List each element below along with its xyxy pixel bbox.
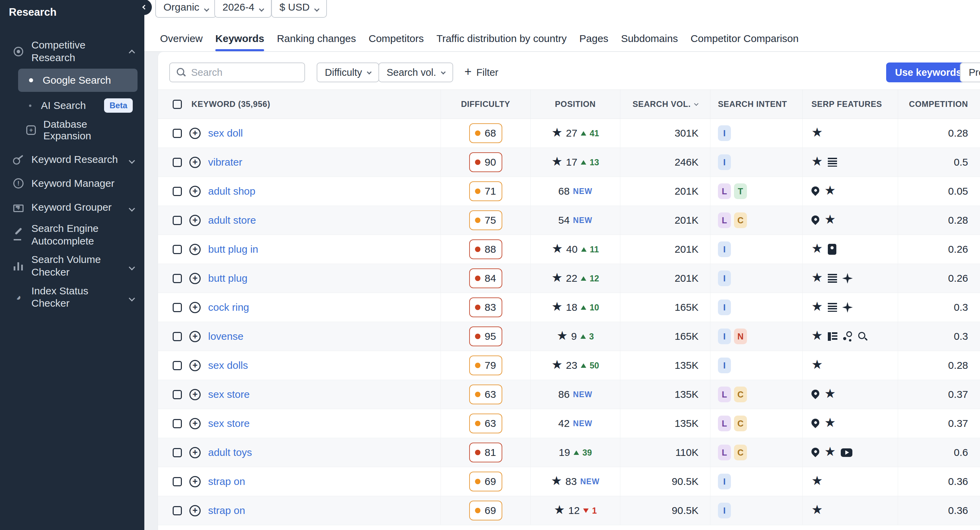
serp-features-cell [802, 177, 898, 206]
sidebar-item-keyword-research[interactable]: Keyword Research [0, 151, 144, 168]
table-row: +adult store7554NEW201KLC0.28 [158, 206, 980, 235]
keyword-link[interactable]: sex store [208, 418, 250, 429]
intent-badge-l: L [718, 212, 731, 228]
row-checkbox[interactable] [173, 303, 182, 312]
tab-pages[interactable]: Pages [579, 33, 608, 51]
difficulty-dot-icon [475, 363, 480, 368]
folder-plus-icon [12, 201, 25, 214]
use-keywords-button[interactable]: Use keywords [886, 62, 970, 82]
tab-subdomains[interactable]: Subdomains [621, 33, 678, 51]
tab-traffic-distribution-by-country[interactable]: Traffic distribution by country [436, 33, 567, 51]
tab-competitor-comparison[interactable]: Competitor Comparison [690, 33, 799, 51]
competition-value: 0.28 [948, 214, 968, 226]
row-checkbox[interactable] [173, 506, 182, 515]
add-keyword-button[interactable]: + [189, 128, 200, 139]
sidebar-item-search-engine-autocomplete[interactable]: Search Engine Autocomplete [0, 222, 144, 247]
preset-button[interactable]: Pres [960, 62, 980, 82]
row-checkbox[interactable] [173, 332, 182, 341]
date-dropdown[interactable]: 2026-4 [214, 0, 272, 18]
keyword-link[interactable]: adult shop [208, 185, 255, 197]
row-checkbox[interactable] [173, 245, 182, 254]
difficulty-value: 71 [485, 185, 496, 197]
serp-features-cell [802, 467, 898, 496]
difficulty-filter-dropdown[interactable]: Difficulty [317, 62, 379, 82]
position-cell: 54NEW [530, 206, 620, 235]
keyword-link[interactable]: sex store [208, 389, 250, 400]
add-keyword-button[interactable]: + [189, 302, 200, 313]
dropdown-value: 2026-4 [223, 2, 254, 13]
sidebar-item-database-expansion[interactable]: Database Expansion [18, 118, 137, 142]
keyword-link[interactable]: sex doll [208, 128, 243, 139]
organic-dropdown[interactable]: Organic [155, 0, 217, 18]
keyword-link[interactable]: butt plug in [208, 243, 258, 255]
add-keyword-button[interactable]: + [189, 273, 200, 284]
difficulty-value: 68 [485, 128, 496, 139]
search-vol-filter-dropdown[interactable]: Search vol. [379, 62, 453, 82]
sidebar-item-ai-search[interactable]: AI Search Beta [18, 96, 137, 115]
sidebar-item-google-search[interactable]: Google Search [18, 69, 137, 92]
row-checkbox[interactable] [173, 274, 182, 283]
serp-features-cell [802, 235, 898, 263]
star-icon [811, 300, 823, 313]
sidebar-collapse-button[interactable] [136, 0, 152, 15]
competition-value: 0.28 [948, 359, 968, 371]
keyword-link[interactable]: adult store [208, 214, 256, 226]
row-checkbox[interactable] [173, 390, 182, 399]
sidebar-item-keyword-grouper[interactable]: Keyword Grouper [0, 198, 144, 216]
add-filter-button[interactable]: + Filter [465, 62, 498, 82]
row-checkbox[interactable] [173, 448, 182, 457]
row-checkbox[interactable] [173, 477, 182, 486]
select-all-checkbox[interactable] [173, 100, 182, 109]
tab-overview[interactable]: Overview [160, 33, 203, 51]
add-keyword-button[interactable]: + [189, 186, 200, 197]
sidebar-item-competitive-research[interactable]: Competitive Research [0, 39, 144, 64]
search-intent-cell: IN [710, 322, 802, 351]
add-keyword-button[interactable]: + [189, 244, 200, 255]
keyword-cell: +adult toys [158, 438, 441, 467]
add-keyword-button[interactable]: + [189, 157, 200, 168]
add-keyword-button[interactable]: + [189, 505, 200, 516]
video-icon [841, 449, 853, 457]
currency-dropdown[interactable]: $ USD [271, 0, 327, 18]
sidebar-item-index-status-checker[interactable]: Index Status Checker [0, 285, 144, 310]
keyword-link[interactable]: butt plug [208, 273, 247, 284]
tab-keywords[interactable]: Keywords [215, 33, 264, 51]
difficulty-dot-icon [475, 392, 480, 397]
search-input[interactable] [191, 67, 293, 78]
row-checkbox[interactable] [173, 158, 182, 167]
add-keyword-button[interactable]: + [189, 389, 200, 400]
position-down-icon [583, 508, 589, 513]
row-checkbox[interactable] [173, 187, 182, 196]
sidebar-item-search-volume-checker[interactable]: Search Volume Checker [0, 254, 144, 278]
search-input-wrapper[interactable] [169, 62, 305, 82]
tab-competitors[interactable]: Competitors [369, 33, 424, 51]
serp-features-cell [802, 148, 898, 177]
selected-marker [29, 78, 33, 82]
row-checkbox[interactable] [173, 361, 182, 370]
competition-cell: 0.26 [898, 235, 980, 263]
add-keyword-button[interactable]: + [189, 418, 200, 429]
keyword-link[interactable]: strap on [208, 505, 245, 516]
chevron-down-icon [259, 6, 264, 12]
keyword-link[interactable]: vibrater [208, 156, 242, 168]
keyword-link[interactable]: sex dolls [208, 359, 248, 371]
difficulty-cell: 69 [441, 496, 530, 525]
add-keyword-button[interactable]: + [189, 215, 200, 226]
keyword-link[interactable]: lovense [208, 330, 243, 342]
table-row: +adult toys811939110KLC0.6 [158, 438, 980, 467]
difficulty-dot-icon [475, 479, 480, 484]
keyword-link[interactable]: adult toys [208, 447, 252, 458]
add-keyword-button[interactable]: + [189, 331, 200, 342]
column-header-search-vol[interactable]: SEARCH VOL. [620, 90, 710, 118]
row-checkbox[interactable] [173, 419, 182, 428]
row-checkbox[interactable] [173, 129, 182, 138]
keyword-link[interactable]: cock ring [208, 302, 249, 313]
tab-ranking-changes[interactable]: Ranking changes [277, 33, 356, 51]
sidebar-item-keyword-manager[interactable]: Keyword Manager [0, 174, 144, 192]
add-keyword-button[interactable]: + [189, 476, 200, 487]
keyword-link[interactable]: strap on [208, 476, 245, 487]
add-keyword-button[interactable]: + [189, 447, 200, 458]
competition-value: 0.5 [954, 156, 968, 168]
row-checkbox[interactable] [173, 216, 182, 225]
add-keyword-button[interactable]: + [189, 360, 200, 371]
